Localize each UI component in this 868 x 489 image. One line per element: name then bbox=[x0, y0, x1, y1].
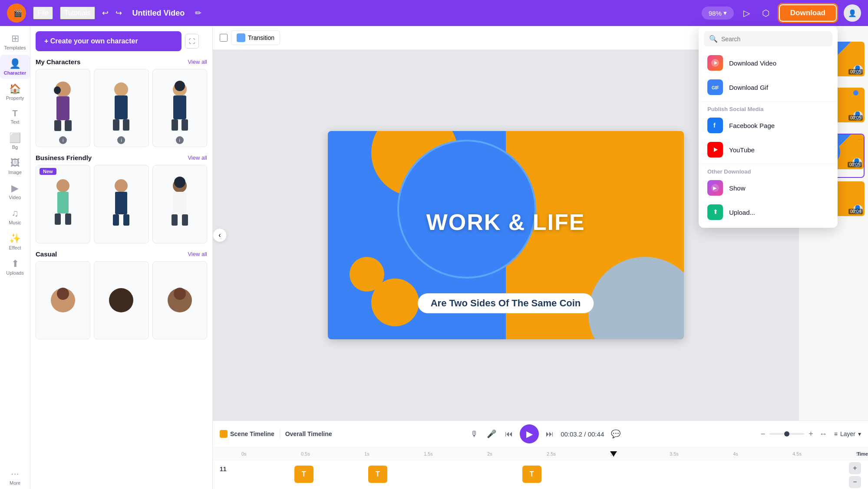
tutorials-menu[interactable]: Tutorials bbox=[60, 7, 95, 20]
transition-button[interactable]: Transition bbox=[231, 30, 280, 45]
track-item-1[interactable]: T bbox=[294, 466, 314, 483]
canvas-checkbox[interactable] bbox=[220, 34, 228, 42]
svg-point-29 bbox=[115, 179, 128, 192]
sidebar-item-uploads[interactable]: ⬆ Uploads bbox=[0, 255, 30, 279]
svg-rect-18 bbox=[113, 119, 119, 131]
business-friendly-title: Business Friendly bbox=[36, 154, 92, 161]
expand-panel-button[interactable]: ⛶ bbox=[185, 34, 199, 49]
timeline-play-button[interactable]: ▶ bbox=[520, 424, 539, 443]
character-card-1[interactable]: i bbox=[36, 69, 90, 147]
bg-icon: ⬜ bbox=[9, 132, 21, 144]
time-remove-button[interactable]: − bbox=[849, 476, 861, 488]
redo-button[interactable]: ↪ bbox=[116, 8, 122, 18]
file-menu[interactable]: File bbox=[33, 7, 53, 20]
my-characters-view-all[interactable]: View all bbox=[188, 59, 207, 65]
zoom-minus-btn[interactable]: − bbox=[759, 428, 767, 440]
dropdown-search-input[interactable] bbox=[721, 36, 827, 43]
layer-button[interactable]: ≡ Layer ▾ bbox=[834, 430, 861, 437]
character-icon: 👤 bbox=[9, 58, 21, 69]
svg-point-42 bbox=[174, 288, 186, 300]
facebook-icon: f bbox=[707, 118, 723, 133]
download-button[interactable]: Download bbox=[779, 4, 837, 22]
timeline-skip-forward[interactable]: ⏭ bbox=[544, 428, 555, 440]
upload-item[interactable]: ⬆ Upload... bbox=[699, 200, 838, 224]
download-gif-item[interactable]: GIF Download Gif bbox=[699, 75, 838, 99]
image-icon: 🖼 bbox=[10, 158, 20, 169]
video-icon: ▶ bbox=[11, 183, 19, 194]
preview-button[interactable]: ▷ bbox=[741, 5, 752, 21]
timeline-divider bbox=[280, 429, 280, 439]
current-time: 00:03.2 / 00:44 bbox=[561, 430, 604, 438]
casual-view-all[interactable]: View all bbox=[188, 251, 207, 257]
share-button[interactable]: ⬡ bbox=[759, 5, 772, 21]
zoom-slider[interactable] bbox=[769, 433, 804, 435]
zoom-control[interactable]: 98% ▾ bbox=[702, 7, 734, 20]
casual-char-3[interactable] bbox=[152, 261, 207, 339]
user-avatar[interactable]: 👤 bbox=[844, 4, 861, 22]
youtube-item[interactable]: YouTube bbox=[699, 138, 838, 162]
sidebar-item-character[interactable]: 👤 Character bbox=[0, 55, 30, 79]
download-gif-icon: GIF bbox=[707, 79, 723, 95]
svg-rect-17 bbox=[115, 95, 128, 119]
business-char-2[interactable] bbox=[94, 165, 149, 243]
business-char-1[interactable]: New bbox=[36, 165, 90, 243]
svg-text:f: f bbox=[713, 122, 716, 129]
collapse-panel-button[interactable]: ‹ bbox=[213, 228, 227, 242]
character-card-3[interactable]: i bbox=[152, 69, 207, 147]
sidebar-item-text[interactable]: T Text bbox=[0, 105, 30, 128]
casual-characters-grid bbox=[36, 261, 207, 339]
character-card-2[interactable]: i bbox=[94, 69, 149, 147]
sidebar-item-video[interactable]: ▶ Video bbox=[0, 179, 30, 203]
casual-char-1[interactable] bbox=[36, 261, 90, 339]
timeline-caption-btn[interactable]: 💬 bbox=[609, 427, 622, 440]
ruler-1.5s: 1.5s bbox=[424, 451, 433, 456]
facebook-item[interactable]: f Facebook Page bbox=[699, 113, 838, 138]
svg-rect-27 bbox=[55, 213, 61, 225]
download-video-item[interactable]: Download Video bbox=[699, 51, 838, 75]
thumb4-time: 00:04 bbox=[848, 209, 863, 214]
sidebar-item-image[interactable]: 🖼 Image bbox=[0, 154, 30, 178]
sidebar-item-property[interactable]: 🏠 Property bbox=[0, 80, 30, 104]
sidebar-item-templates[interactable]: ⊞ Templates bbox=[0, 30, 30, 54]
scene3-dots-menu[interactable]: ··· bbox=[858, 136, 862, 142]
business-char-3[interactable] bbox=[152, 165, 207, 243]
show-item[interactable]: ▶ Show bbox=[699, 176, 838, 200]
playhead-line bbox=[613, 451, 614, 456]
sidebar-item-bg[interactable]: ⬜ Bg bbox=[0, 129, 30, 153]
sidebar-item-more[interactable]: ··· More bbox=[0, 465, 30, 489]
show-label: Show bbox=[729, 184, 746, 192]
music-label: Music bbox=[9, 220, 21, 225]
sidebar-item-effect[interactable]: ✨ Effect bbox=[0, 230, 30, 254]
svg-rect-22 bbox=[173, 95, 186, 119]
text-icon: T bbox=[12, 108, 17, 118]
business-view-all[interactable]: View all bbox=[188, 154, 207, 161]
svg-point-16 bbox=[114, 82, 128, 96]
thumb2-dot bbox=[853, 90, 858, 95]
svg-rect-24 bbox=[182, 119, 188, 131]
more-icon: ··· bbox=[11, 468, 19, 479]
scene-timeline-tab[interactable]: Scene Timeline bbox=[220, 430, 274, 438]
zoom-plus-btn[interactable]: + bbox=[807, 428, 815, 440]
overall-timeline-tab[interactable]: Overall Timeline bbox=[285, 430, 332, 437]
track-item-2[interactable]: T bbox=[368, 466, 387, 483]
show-icon: ▶ bbox=[707, 180, 723, 196]
property-label: Property bbox=[6, 95, 24, 101]
timeline-mic-btn[interactable]: 🎙 bbox=[469, 428, 480, 440]
undo-button[interactable]: ↩ bbox=[102, 8, 109, 18]
sidebar-item-music[interactable]: ♫ Music bbox=[0, 204, 30, 229]
transition-label: Transition bbox=[248, 34, 274, 41]
track-item-3[interactable]: T bbox=[522, 466, 541, 483]
timeline-skip-back[interactable]: ⏮ bbox=[503, 428, 515, 440]
svg-point-34 bbox=[174, 177, 185, 188]
casual-char-2[interactable] bbox=[94, 261, 149, 339]
svg-rect-28 bbox=[65, 213, 71, 225]
fit-timeline-btn[interactable]: ↔ bbox=[818, 428, 829, 440]
svg-point-39 bbox=[57, 288, 69, 300]
timeline-audio-btn[interactable]: 🎤 bbox=[485, 427, 498, 440]
char2-info-badge: i bbox=[117, 136, 125, 144]
effect-label: Effect bbox=[9, 245, 21, 250]
overall-tab-label: Overall Timeline bbox=[285, 430, 332, 437]
time-add-button[interactable]: + bbox=[849, 462, 861, 474]
title-edit-icon[interactable]: ✏ bbox=[195, 8, 201, 18]
create-character-button[interactable]: + Create your own character bbox=[36, 31, 182, 51]
